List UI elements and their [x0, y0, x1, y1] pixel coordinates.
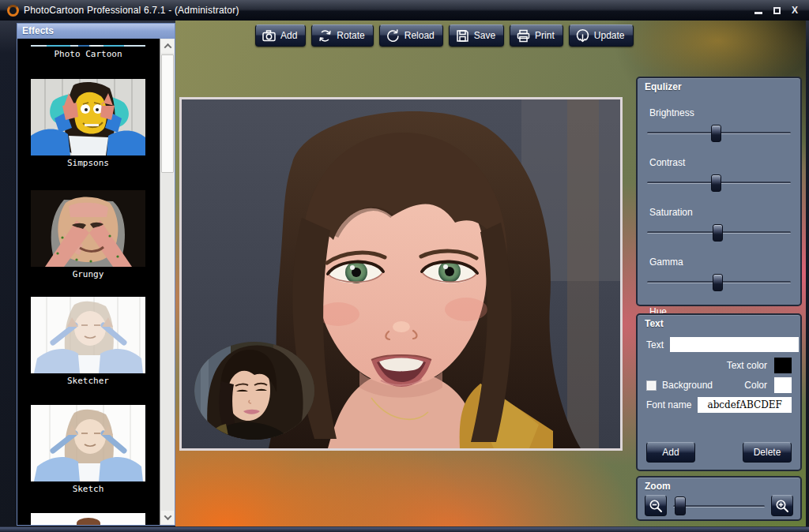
- effect-item-photo-cartoon[interactable]: Photo Cartoon: [17, 40, 159, 59]
- zoom-in-button[interactable]: [771, 495, 793, 516]
- text-delete-button[interactable]: Delete: [743, 442, 792, 463]
- color-label: Color: [744, 380, 767, 391]
- save-button[interactable]: Save: [449, 24, 504, 47]
- equalizer-title: Equlizer: [638, 78, 800, 92]
- partial-thumbnail[interactable]: [31, 513, 145, 525]
- contrast-label: Contrast: [647, 157, 791, 168]
- gamma-thumb[interactable]: [713, 274, 723, 291]
- effect-item-sketcher[interactable]: Sketcher: [17, 297, 159, 386]
- effects-scrollbar[interactable]: [160, 39, 175, 525]
- background-color-swatch[interactable]: [774, 377, 792, 393]
- zoom-panel-title: Zoom: [638, 478, 800, 492]
- original-photo-inset: [194, 342, 314, 440]
- photo-canvas: [179, 97, 623, 451]
- contrast-slider[interactable]: [647, 174, 791, 192]
- scroll-up-button[interactable]: [161, 39, 174, 53]
- title-bar[interactable]: PhotoCartoon Professional 6.7.1 - (Admin…: [0, 0, 809, 21]
- brightness-thumb[interactable]: [711, 125, 721, 142]
- zoom-slider[interactable]: [673, 496, 765, 515]
- rotate-icon: [318, 28, 333, 43]
- zoom-thumb[interactable]: [675, 496, 686, 515]
- scrollbar-thumb[interactable]: [161, 54, 174, 173]
- scroll-down-button[interactable]: [161, 511, 174, 524]
- text-add-button[interactable]: Add: [646, 442, 695, 463]
- saturation-thumb[interactable]: [713, 224, 723, 242]
- effect-label: Photo Cartoon: [54, 49, 122, 59]
- effects-list: Photo Cartoon: [17, 39, 159, 525]
- zoom-out-icon: [649, 499, 663, 513]
- font-name-field[interactable]: abcdefABCDEF: [698, 397, 792, 413]
- partial-thumbnail-head: [77, 518, 100, 525]
- inset-photo: [194, 342, 314, 440]
- window-title: PhotoCartoon Professional 6.7.1 - (Admin…: [24, 5, 754, 16]
- update-button-label: Update: [594, 30, 625, 41]
- gamma-slider[interactable]: [647, 274, 791, 291]
- effect-label: Grungy: [73, 269, 104, 279]
- zoom-panel: Zoom: [636, 476, 802, 521]
- update-button[interactable]: Update: [569, 24, 634, 47]
- rotate-button-label: Rotate: [337, 30, 364, 41]
- equalizer-panel: Equlizer Brightness Contrast Saturation: [636, 77, 802, 306]
- toolbar: Add Rotate Reload: [255, 24, 634, 47]
- grungy-thumbnail[interactable]: [31, 190, 145, 267]
- print-icon: [516, 28, 531, 43]
- reload-button[interactable]: Reload: [379, 24, 443, 47]
- close-button[interactable]: X: [792, 6, 798, 15]
- text-panel: Text Text Text color Background Color Fo…: [636, 313, 802, 471]
- print-button[interactable]: Print: [510, 24, 563, 47]
- brightness-label: Brightness: [647, 107, 791, 118]
- app-logo-icon: [7, 5, 19, 17]
- effect-label: Simpsons: [67, 158, 109, 168]
- effects-header: Effects: [17, 24, 175, 39]
- rotate-button[interactable]: Rotate: [311, 24, 373, 47]
- print-button-label: Print: [535, 30, 555, 41]
- simpsons-thumbnail[interactable]: [31, 79, 145, 155]
- update-icon: [575, 28, 590, 43]
- camera-icon: [262, 28, 277, 43]
- text-color-label: Text color: [727, 360, 767, 371]
- add-button[interactable]: Add: [255, 24, 306, 47]
- background-label: Background: [662, 380, 713, 391]
- save-button-label: Save: [474, 30, 495, 41]
- photo-cartoon-thumbnail[interactable]: [31, 40, 145, 47]
- text-input[interactable]: [670, 337, 799, 352]
- text-panel-title: Text: [638, 315, 800, 329]
- effect-label: Sketch: [73, 484, 104, 494]
- chevron-up-icon: [164, 43, 171, 51]
- contrast-thumb[interactable]: [711, 174, 721, 192]
- effect-item-partial[interactable]: [17, 513, 159, 525]
- minimize-button[interactable]: [754, 12, 762, 14]
- sketcher-thumbnail[interactable]: [31, 297, 145, 373]
- sketch-thumbnail[interactable]: [31, 405, 145, 481]
- saturation-label: Saturation: [647, 207, 791, 218]
- window-bottom-frame: [0, 526, 809, 532]
- text-color-swatch[interactable]: [774, 358, 792, 373]
- workspace: Add Rotate Reload: [175, 21, 806, 526]
- reload-icon: [386, 28, 401, 43]
- background-checkbox[interactable]: [646, 380, 657, 391]
- font-name-label: Font name: [646, 399, 691, 410]
- gamma-label: Gamma: [647, 257, 791, 268]
- app-window: PhotoCartoon Professional 6.7.1 - (Admin…: [0, 0, 809, 532]
- effects-sidebar: Effects Photo Cartoon: [17, 23, 175, 526]
- effect-item-simpsons[interactable]: Simpsons: [17, 79, 159, 168]
- saturation-slider[interactable]: [647, 224, 791, 242]
- save-icon: [455, 28, 470, 43]
- zoom-out-button[interactable]: [645, 495, 667, 516]
- text-field-label: Text: [646, 339, 664, 350]
- brightness-slider[interactable]: [647, 125, 791, 142]
- effect-item-grungy[interactable]: Grungy: [17, 190, 159, 279]
- add-button-label: Add: [280, 30, 297, 41]
- effect-item-sketch[interactable]: Sketch: [17, 405, 159, 494]
- zoom-track: [673, 505, 765, 508]
- maximize-button[interactable]: [773, 7, 781, 14]
- chevron-down-icon: [164, 512, 171, 520]
- reload-button-label: Reload: [404, 30, 435, 41]
- zoom-in-icon: [775, 499, 789, 513]
- effect-label: Sketcher: [67, 376, 109, 386]
